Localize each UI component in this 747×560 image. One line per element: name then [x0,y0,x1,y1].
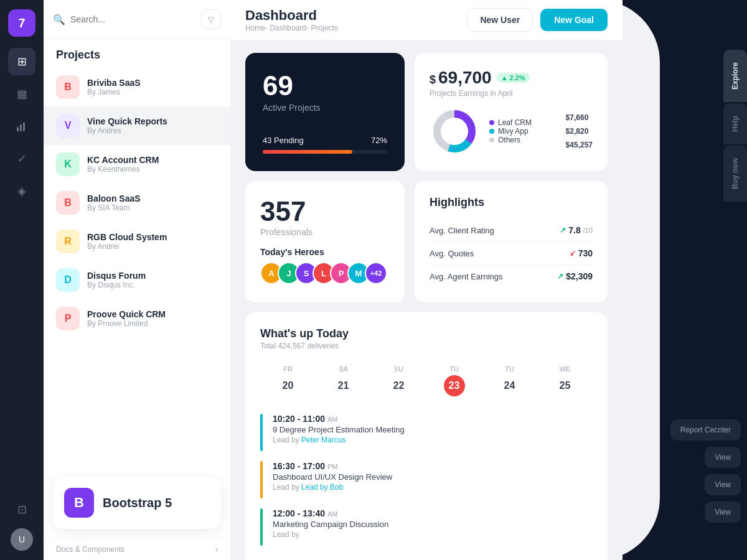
sidebar-bottom-link[interactable]: Docs & Components › [44,538,230,560]
project-author: By Andres [87,126,218,135]
nav-grid-icon[interactable]: ▦ [8,80,35,108]
event-bar [260,461,263,498]
project-name: RGB Cloud System [87,232,218,242]
event-lead-link[interactable]: Lead by Bob [301,483,343,492]
event-period: AM [327,510,338,518]
avatars-row: AJSLPM+42 [260,262,390,284]
right-action-0[interactable]: Report Cecnter [670,419,741,441]
project-name: Proove Quick CRM [87,309,218,319]
day-name: We [540,365,590,373]
right-tab-explore[interactable]: Explore [723,50,747,102]
calendar-day[interactable]: Fr 20 [260,360,316,401]
highlights-card: Highlights Avg. Client Rating ↗ 7.8/10 A… [415,181,608,302]
highlight-label: Avg. Quotes [430,249,474,258]
right-action-2[interactable]: View [705,474,741,495]
search-input[interactable] [70,14,196,24]
project-name: Briviba SaaS [87,78,218,88]
right-tab-buy-now[interactable]: Buy now [723,146,747,202]
right-action-1[interactable]: View [705,447,741,468]
event-item: 12:00 - 13:40 AM Marketing Campaign Disc… [260,508,593,546]
nav-chart-icon[interactable] [8,113,35,140]
earnings-dollar: $ [430,73,436,86]
legend-item: Leaf CRM [489,118,556,127]
bootstrap-logo: B [64,488,94,518]
nav-dashboard-icon[interactable]: ⊞ [8,48,35,75]
svg-rect-2 [23,123,25,131]
nav-layers-icon[interactable]: ◈ [8,177,35,205]
legend-item: Mivy App [489,127,556,136]
calendar-day[interactable]: We 25 [537,360,593,401]
highlight-label: Avg. Agent Earnings [430,272,503,281]
project-logo: P [56,307,80,330]
highlight-row: Avg. Client Rating ↗ 7.8/10 [430,219,593,242]
day-name: Su [374,365,424,373]
new-goal-button[interactable]: New Goal [540,9,608,31]
event-time: 10:20 - 11:00 AM [273,414,405,424]
svg-rect-1 [20,124,22,131]
project-logo: B [56,191,80,215]
progress-bar-fill [263,150,352,154]
project-item[interactable]: R RGB Cloud System By Andrei [44,222,230,261]
calendar-day[interactable]: Su 22 [371,360,426,401]
search-icon: 🔍 [53,14,65,26]
project-info: RGB Cloud System By Andrei [87,232,218,251]
project-info: KC Account CRM By Keenthemes [87,155,218,174]
schedule-row: What's up Today Total 424,567 deliveries… [245,312,608,560]
professionals-card: 357 Professionals Today's Heroes AJSLPM+… [245,181,405,302]
project-author: By Andrei [87,242,218,251]
project-item[interactable]: D Disqus Forum By Disqus Inc. [44,261,230,299]
calendar-day[interactable]: Tu 24 [482,360,537,401]
calendar-row: Fr 20 Sa 21 Su 22 Tu 23 Tu 24 We 25 [260,360,593,401]
legend-name: Leaf CRM [498,118,532,127]
day-number: 23 [444,375,465,396]
earnings-label: Projects Earnings in April [430,89,593,98]
project-item[interactable]: B Baloon SaaS By SIA Team [44,184,230,222]
project-item[interactable]: B Briviba SaaS By James [44,68,230,106]
project-item[interactable]: K KC Account CRM By Keenthemes [44,145,230,184]
event-bar [260,414,263,451]
project-item[interactable]: P Proove Quick CRM By Proove Limited [44,299,230,338]
event-item: 16:30 - 17:00 PM Dashboard UI/UX Design … [260,461,593,498]
project-logo: B [56,75,80,99]
event-title: Marketing Campaign Discussion [273,520,388,529]
middle-cards-row: 357 Professionals Today's Heroes AJSLPM+… [245,181,608,302]
earnings-card: $ 69,700 ▲ 2.2% Projects Earnings in Apr… [415,53,608,171]
earnings-amount: $ 69,700 [430,68,492,88]
event-bar [260,508,263,546]
day-number: 21 [333,375,354,396]
trend-down-icon: ↙ [570,249,576,258]
event-time: 12:00 - 13:40 AM [273,508,388,518]
earnings-value: 69,700 [438,68,492,88]
day-number: 24 [499,375,520,396]
right-tab-help[interactable]: Help [723,103,747,144]
event-item: 10:20 - 11:00 AM 9 Degree Project Estima… [260,414,593,451]
calendar-day[interactable]: Tu 23 [426,360,482,401]
nav-avatar[interactable]: 7 [8,9,35,37]
project-author: By SIA Team [87,203,218,212]
active-projects-card: 69 Active Projects 43 Pending 72% [245,53,405,171]
nav-check-icon[interactable]: ✓ [8,145,35,172]
project-name: Baloon SaaS [87,194,218,203]
legend-dot [489,138,494,142]
day-name: Tu [484,365,535,373]
bootstrap-card: B Bootstrap 5 [53,477,221,529]
nav-briefcase-icon[interactable]: ⊡ [8,496,35,523]
project-item[interactable]: V Vine Quick Reports By Andres [44,106,230,145]
nav-user-avatar[interactable]: U [11,528,33,551]
left-navigation: 7 ⊞ ▦ ✓ ◈ ⊡ U [0,0,44,560]
page-title: Dashboard [245,7,338,24]
sidebar-title: Projects [44,39,230,68]
highlight-value: ↗ $2,309 [557,271,593,281]
project-name: Vine Quick Reports [87,116,218,126]
progress-section: 43 Pending 72% [263,136,387,154]
header: Dashboard Home- Dashboard- Projects New … [230,0,622,40]
highlight-value: ↗ 7.8/10 [560,225,593,235]
right-panel-content: ExploreHelpBuy now Report CecnterViewVie… [622,0,747,560]
bootstrap-text: Bootstrap 5 [103,496,172,510]
filter-icon[interactable]: ▽ [201,9,221,29]
right-action-3[interactable]: View [705,502,741,523]
event-lead-link[interactable]: Peter Marcus [301,436,345,444]
new-user-button[interactable]: New User [467,8,533,32]
calendar-day[interactable]: Sa 21 [316,360,371,401]
event-lead: Lead by Peter Marcus [273,436,405,444]
